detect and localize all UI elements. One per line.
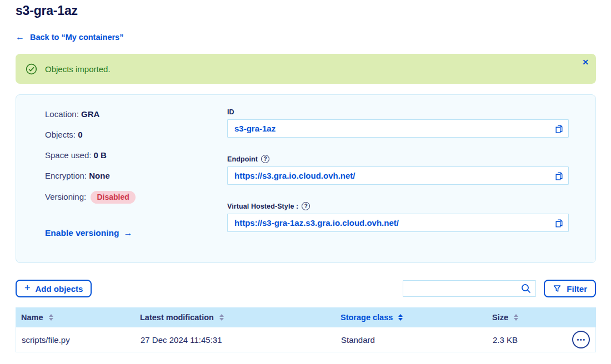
back-link-label: Back to “My containers” <box>30 33 123 42</box>
add-objects-label: Add objects <box>36 284 83 294</box>
page: s3-gra-1az ← Back to “My containers” Obj… <box>0 3 611 352</box>
stat-location: Location: GRA <box>45 109 227 119</box>
back-link[interactable]: ← Back to “My containers” <box>16 33 123 42</box>
stat-label: Objects: <box>45 130 76 139</box>
copy-icon <box>554 219 564 228</box>
versioning-status-badge: Disabled <box>91 191 135 204</box>
cell-storage-class: Standard <box>341 335 493 345</box>
add-objects-button[interactable]: + Add objects <box>16 280 92 297</box>
table-row[interactable]: scripts/file.py 27 Dec 2024 11:45:31 Sta… <box>16 327 596 352</box>
copy-icon <box>554 124 564 134</box>
stat-label: Location: <box>45 109 79 119</box>
container-endpoints: ID Endpoint ? <box>227 108 569 262</box>
container-info-panel: Location: GRA Objects: 0 Space used: 0 B… <box>16 94 596 263</box>
ellipsis-icon: ••• <box>577 336 585 343</box>
stat-value: GRA <box>81 109 99 119</box>
column-header-storage-class[interactable]: Storage class <box>340 313 492 322</box>
stat-value: None <box>89 171 110 180</box>
stat-value: 0 B <box>94 150 107 160</box>
stat-encryption: Encryption: None <box>45 170 227 181</box>
sort-icon[interactable] <box>398 314 403 321</box>
arrow-right-icon: → <box>124 228 133 238</box>
copy-id-button[interactable] <box>552 122 566 136</box>
id-input[interactable] <box>227 119 569 138</box>
help-icon[interactable]: ? <box>261 155 269 163</box>
stat-label: Encryption: <box>45 171 87 180</box>
sort-icon[interactable] <box>49 314 53 321</box>
row-actions-button[interactable]: ••• <box>572 331 590 348</box>
cell-name: scripts/file.py <box>16 335 141 345</box>
column-header-latest-modification[interactable]: Latest modification <box>140 313 340 322</box>
cell-latest-modification: 27 Dec 2024 11:45:31 <box>141 335 341 345</box>
container-stats: Location: GRA Objects: 0 Space used: 0 B… <box>45 108 227 262</box>
filter-label: Filter <box>567 284 587 294</box>
column-label: Storage class <box>340 313 393 322</box>
cell-size: 2.3 KB ••• <box>493 331 595 348</box>
check-circle-icon <box>26 63 37 75</box>
arrow-left-icon: ← <box>16 33 24 42</box>
close-icon[interactable]: ✕ <box>582 58 589 66</box>
copy-endpoint-button[interactable] <box>552 169 566 183</box>
copy-icon <box>554 171 564 181</box>
sort-icon[interactable] <box>514 314 518 321</box>
column-header-name[interactable]: Name <box>16 313 140 322</box>
search-box <box>403 280 536 297</box>
help-icon[interactable]: ? <box>302 202 310 210</box>
banner-message: Objects imported. <box>45 64 111 74</box>
plus-icon: + <box>24 283 31 293</box>
copy-virtual-hosted-style-button[interactable] <box>552 216 566 230</box>
field-label-endpoint: Endpoint <box>227 155 258 163</box>
objects-table: Name Latest modification Storage class S… <box>16 307 596 352</box>
filter-button[interactable]: Filter <box>544 280 596 297</box>
virtual-hosted-style-input[interactable] <box>227 214 569 232</box>
stat-label: Space used: <box>45 150 91 160</box>
enable-versioning-label: Enable versioning <box>45 228 119 238</box>
search-icon[interactable] <box>520 283 532 296</box>
enable-versioning-link[interactable]: Enable versioning → <box>45 228 133 238</box>
objects-toolbar: + Add objects Filter <box>16 280 596 297</box>
search-input[interactable] <box>403 280 536 297</box>
stat-label: Versioning: <box>45 192 86 201</box>
page-title: s3-gra-1az <box>16 3 596 18</box>
stat-objects: Objects: 0 <box>45 129 227 140</box>
column-label: Latest modification <box>140 313 214 322</box>
field-id: ID <box>227 108 569 138</box>
sort-icon[interactable] <box>219 314 224 321</box>
success-banner: Objects imported. ✕ <box>16 54 596 84</box>
stat-value: 0 <box>78 130 82 139</box>
column-label: Name <box>21 313 43 322</box>
endpoint-input[interactable] <box>227 166 569 185</box>
column-label: Size <box>492 313 508 322</box>
field-endpoint: Endpoint ? <box>227 155 569 185</box>
field-label-id: ID <box>227 108 234 116</box>
filter-icon <box>553 284 562 293</box>
field-virtual-hosted-style: Virtual Hosted-Style : ? <box>227 202 569 232</box>
table-header-row: Name Latest modification Storage class S… <box>16 307 596 327</box>
stat-versioning: Versioning: Disabled <box>45 191 227 204</box>
size-value: 2.3 KB <box>493 335 518 345</box>
stat-space-used: Space used: 0 B <box>45 150 227 160</box>
field-label-virtual-hosted-style: Virtual Hosted-Style : <box>227 203 298 210</box>
column-header-size[interactable]: Size <box>492 313 596 322</box>
